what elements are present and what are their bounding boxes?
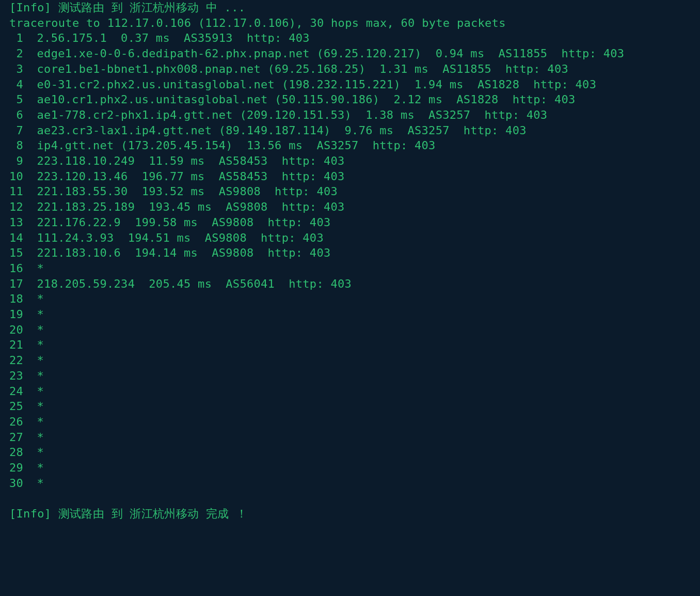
hop-detail: * [37, 292, 44, 305]
hop-detail: * [37, 369, 44, 382]
hop-detail: * [37, 354, 44, 367]
hop-number: 15 [9, 245, 23, 261]
hop-detail: * [37, 338, 44, 351]
hop-number: 16 [9, 261, 23, 276]
hop-detail: ip4.gtt.net (173.205.45.154) 13.56 ms AS… [37, 139, 436, 152]
info-line-start: [Info] 测试路由 到 浙江杭州移动 中 ... [9, 1, 245, 14]
hop-detail: 218.205.59.234 205.45 ms AS56041 http: 4… [37, 277, 352, 290]
hop-detail: core1.be1-bbnet1.phx008.pnap.net (69.25.… [37, 62, 568, 75]
hop-number: 17 [9, 276, 23, 292]
hop-detail: 223.120.13.46 196.77 ms AS58453 http: 40… [37, 170, 345, 183]
hop-number: 6 [9, 107, 23, 123]
hop-line: 5 ae10.cr1.phx2.us.unitasglobal.net (50.… [9, 93, 576, 106]
info-line-end: [Info] 测试路由 到 浙江杭州移动 完成 ！ [9, 507, 247, 520]
hop-line: 7 ae23.cr3-lax1.ip4.gtt.net (89.149.187.… [9, 124, 527, 137]
hop-number: 20 [9, 322, 23, 338]
hop-line: 6 ae1-778.cr2-phx1.ip4.gtt.net (209.120.… [9, 108, 547, 121]
hop-line: 1 2.56.175.1 0.37 ms AS35913 http: 403 [9, 32, 310, 44]
hop-detail: 221.183.10.6 194.14 ms AS9808 http: 403 [37, 246, 331, 259]
info-tag: [Info] [9, 1, 51, 14]
hop-number: 8 [9, 138, 23, 153]
hop-number: 10 [9, 169, 23, 184]
hop-line: 29 * [9, 461, 44, 474]
hop-line: 3 core1.be1-bbnet1.phx008.pnap.net (69.2… [9, 62, 568, 75]
hop-number: 3 [9, 61, 23, 77]
hop-number: 5 [9, 92, 23, 107]
hop-detail: * [37, 477, 44, 490]
hop-line: 15 221.183.10.6 194.14 ms AS9808 http: 4… [9, 246, 330, 259]
hop-number: 27 [9, 430, 23, 445]
hop-line: 24 * [9, 385, 44, 398]
hop-number: 1 [9, 30, 23, 46]
hop-detail: 221.176.22.9 199.58 ms AS9808 http: 403 [37, 216, 331, 229]
hop-detail: * [37, 415, 44, 428]
hop-number: 14 [9, 230, 23, 246]
hop-line: 23 * [9, 369, 44, 382]
hop-detail: e0-31.cr2.phx2.us.unitasglobal.net (198.… [37, 78, 597, 91]
hop-number: 11 [9, 184, 23, 199]
hop-line: 25 * [9, 400, 44, 413]
hop-detail: 2.56.175.1 0.37 ms AS35913 http: 403 [37, 32, 310, 44]
hop-detail: * [37, 385, 44, 398]
hop-line: 27 * [9, 431, 44, 444]
hop-line: 22 * [9, 354, 44, 367]
hop-detail: 111.24.3.93 194.51 ms AS9808 http: 403 [37, 231, 324, 244]
hop-line: 4 e0-31.cr2.phx2.us.unitasglobal.net (19… [9, 78, 596, 91]
hop-line: 13 221.176.22.9 199.58 ms AS9808 http: 4… [9, 216, 330, 229]
hop-number: 21 [9, 337, 23, 353]
hop-line: 2 edge1.xe-0-0-6.dedipath-62.phx.pnap.ne… [9, 47, 624, 60]
hop-number: 29 [9, 460, 23, 476]
hop-line: 10 223.120.13.46 196.77 ms AS58453 http:… [9, 170, 345, 183]
hop-number: 24 [9, 384, 23, 399]
hop-line: 12 221.183.25.189 193.45 ms AS9808 http:… [9, 200, 345, 213]
traceroute-header: traceroute to 112.17.0.106 (112.17.0.106… [9, 17, 506, 29]
hop-number: 25 [9, 399, 23, 414]
terminal-output: [Info] 测试路由 到 浙江杭州移动 中 ... traceroute to… [0, 0, 700, 522]
hop-line: 30 * [9, 477, 44, 490]
hop-line: 18 * [9, 292, 44, 305]
hop-line: 20 * [9, 323, 44, 336]
hop-number: 9 [9, 153, 23, 169]
hop-number: 13 [9, 215, 23, 230]
hop-detail: * [37, 308, 44, 321]
hop-line: 11 221.183.55.30 193.52 ms AS9808 http: … [9, 185, 338, 198]
hop-detail: 221.183.55.30 193.52 ms AS9808 http: 403 [37, 185, 338, 198]
hop-line: 9 223.118.10.249 11.59 ms AS58453 http: … [9, 154, 345, 167]
hop-number: 7 [9, 123, 23, 138]
info-text: 测试路由 到 浙江杭州移动 完成 ！ [58, 507, 247, 520]
hop-line: 28 * [9, 446, 44, 459]
hop-number: 19 [9, 307, 23, 322]
hop-detail: edge1.xe-0-0-6.dedipath-62.phx.pnap.net … [37, 47, 625, 60]
hop-detail: ae1-778.cr2-phx1.ip4.gtt.net (209.120.15… [37, 108, 548, 121]
hop-detail: * [37, 400, 44, 413]
hop-line: 19 * [9, 308, 44, 321]
hop-number: 22 [9, 353, 23, 368]
hop-number: 4 [9, 77, 23, 92]
info-tag: [Info] [9, 507, 51, 520]
hop-line: 17 218.205.59.234 205.45 ms AS56041 http… [9, 277, 352, 290]
hop-number: 12 [9, 199, 23, 215]
hop-detail: * [37, 323, 44, 336]
hop-line: 26 * [9, 415, 44, 428]
hop-number: 2 [9, 46, 23, 61]
hop-number: 28 [9, 445, 23, 460]
hop-line: 21 * [9, 338, 44, 351]
hop-number: 30 [9, 476, 23, 491]
hop-number: 26 [9, 414, 23, 430]
hop-detail: * [37, 446, 44, 459]
hop-number: 18 [9, 291, 23, 307]
hop-detail: 221.183.25.189 193.45 ms AS9808 http: 40… [37, 200, 345, 213]
hop-detail: * [37, 431, 44, 444]
hop-detail: * [37, 461, 44, 474]
hop-detail: 223.118.10.249 11.59 ms AS58453 http: 40… [37, 154, 345, 167]
hop-line: 16 * [9, 262, 44, 275]
hop-line: 14 111.24.3.93 194.51 ms AS9808 http: 40… [9, 231, 324, 244]
hop-line: 8 ip4.gtt.net (173.205.45.154) 13.56 ms … [9, 139, 436, 152]
hop-detail: * [37, 262, 44, 275]
hop-detail: ae23.cr3-lax1.ip4.gtt.net (89.149.187.11… [37, 124, 527, 137]
info-text: 测试路由 到 浙江杭州移动 中 ... [58, 1, 245, 14]
hop-detail: ae10.cr1.phx2.us.unitasglobal.net (50.11… [37, 93, 576, 106]
hop-number: 23 [9, 368, 23, 384]
